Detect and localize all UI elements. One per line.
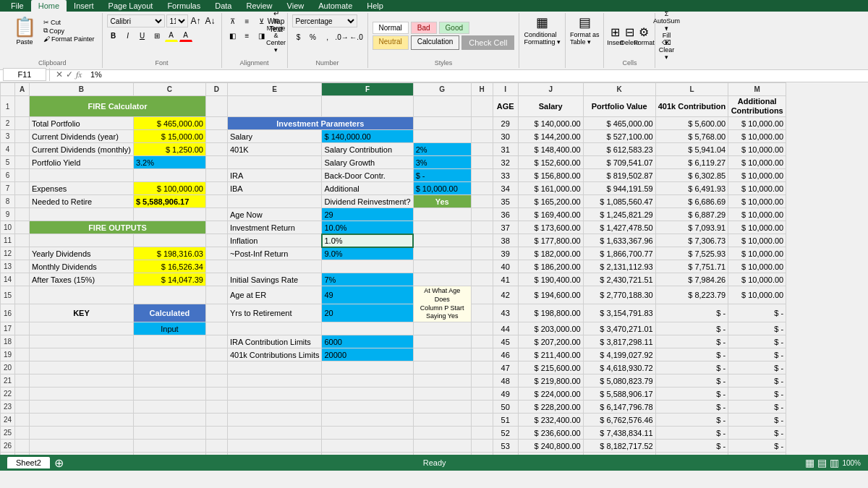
font-color-button[interactable]: A — [179, 29, 192, 42]
cell-e2[interactable]: Investment Parameters — [227, 117, 413, 130]
cell-j2[interactable]: $ 140,000.00 — [518, 117, 583, 130]
cell-a3[interactable] — [15, 130, 30, 143]
cell-j6[interactable]: $ 156,800.00 — [518, 169, 583, 182]
cell-f19[interactable]: 20000 — [322, 348, 413, 361]
cell-i2[interactable]: 29 — [493, 117, 518, 130]
cell-g4[interactable]: 2% — [413, 143, 471, 156]
cell-j10[interactable]: $ 173,600.00 — [518, 221, 583, 234]
cell-h17[interactable] — [471, 322, 493, 335]
cell-k10[interactable]: $ 1,427,478.50 — [583, 221, 655, 234]
cell-g13[interactable] — [413, 260, 471, 273]
align-top-button[interactable]: ⊼ — [226, 14, 239, 27]
cell-b3[interactable]: Current Dividends (year) — [30, 130, 134, 143]
cell-h19[interactable] — [471, 348, 493, 361]
cell-d12[interactable] — [205, 247, 227, 260]
cell-j3[interactable]: $ 144,200.00 — [518, 130, 583, 143]
style-bad[interactable]: Bad — [411, 22, 437, 34]
cell-j14[interactable]: $ 190,400.00 — [518, 273, 583, 286]
cell-f10[interactable]: 10.0% — [322, 221, 413, 234]
cell-g7[interactable]: $ 10,000.00 — [413, 182, 471, 195]
cell-b16[interactable]: KEY — [30, 304, 134, 322]
cell-i1[interactable]: AGE — [493, 96, 518, 117]
border-button[interactable]: ⊞ — [150, 29, 163, 42]
cell-j8[interactable]: $ 165,200.00 — [518, 195, 583, 208]
cell-j11[interactable]: $ 177,800.00 — [518, 234, 583, 247]
cell-l3[interactable]: $ 5,768.00 — [655, 130, 728, 143]
cell-e19[interactable]: 401k Contributions Limits — [227, 348, 322, 361]
scroll-area[interactable]: A B C D E F G H I J K L M — [0, 82, 868, 455]
cell-b2[interactable]: Total Portfolio — [30, 117, 134, 130]
col-header-c[interactable]: C — [133, 83, 205, 96]
cell-i12[interactable]: 39 — [493, 247, 518, 260]
sheet-tab-sheet2[interactable]: Sheet2 — [7, 457, 50, 468]
cell-a9[interactable] — [15, 208, 30, 221]
cell-c14[interactable]: $ 14,047.39 — [133, 273, 205, 286]
col-header-b[interactable]: B — [30, 83, 134, 96]
normal-view-button[interactable]: ▦ — [805, 457, 814, 468]
cell-e18[interactable]: IRA Contribution Limits — [227, 335, 322, 348]
cell-h1[interactable] — [471, 96, 493, 117]
cell-i6[interactable]: 33 — [493, 169, 518, 182]
cell-m19[interactable]: $ - — [728, 348, 786, 361]
cell-f3[interactable]: $ 140,000.00 — [322, 130, 413, 143]
cell-a17[interactable] — [15, 322, 30, 335]
cell-i9[interactable]: 36 — [493, 208, 518, 221]
cell-k15[interactable]: $ 2,770,188.30 — [583, 286, 655, 304]
cell-l4[interactable]: $ 5,941.04 — [655, 143, 728, 156]
cell-b15[interactable] — [30, 286, 134, 304]
cell-b18[interactable] — [30, 335, 134, 348]
clear-button[interactable]: ⌫ Clear ▾ — [660, 43, 673, 56]
cell-j17[interactable]: $ 203,000.00 — [518, 322, 583, 335]
col-header-j[interactable]: J — [518, 83, 583, 96]
cell-d7[interactable] — [205, 182, 227, 195]
col-header-g[interactable]: G — [413, 83, 471, 96]
cell-l8[interactable]: $ 6,686.69 — [655, 195, 728, 208]
cell-d4[interactable] — [205, 143, 227, 156]
cell-e13[interactable] — [227, 260, 322, 273]
page-break-view-button[interactable]: ▥ — [830, 457, 839, 468]
cell-i16[interactable]: 43 — [493, 304, 518, 322]
cell-g5[interactable]: 3% — [413, 156, 471, 169]
tab-file[interactable]: File — [4, 0, 31, 12]
merge-center-button[interactable]: ⊞ Merge & Center ▾ — [270, 29, 283, 42]
cell-f12[interactable]: 9.0% — [322, 247, 413, 260]
cell-k16[interactable]: $ 3,154,791.83 — [583, 304, 655, 322]
cell-b19[interactable] — [30, 348, 134, 361]
cell-h10[interactable] — [471, 221, 493, 234]
cell-i13[interactable]: 40 — [493, 260, 518, 273]
cell-a19[interactable] — [15, 348, 30, 361]
tab-data[interactable]: Data — [208, 0, 239, 12]
decrease-decimal-button[interactable]: ←.0 — [350, 30, 363, 43]
cell-m17[interactable]: $ - — [728, 322, 786, 335]
cell-g2[interactable] — [413, 117, 471, 130]
cell-e7[interactable]: IBA — [227, 182, 322, 195]
cell-m16[interactable]: $ - — [728, 304, 786, 322]
cell-k1[interactable]: Portfolio Value — [583, 96, 655, 117]
cell-m3[interactable]: $ 10,000.00 — [728, 130, 786, 143]
cell-a18[interactable] — [15, 335, 30, 348]
cell-e11[interactable]: Inflation — [227, 234, 322, 247]
comma-button[interactable]: , — [321, 30, 334, 43]
cell-a15[interactable] — [15, 286, 30, 304]
cell-g6[interactable]: $ - — [413, 169, 471, 182]
format-painter-button[interactable]: 🖌Format Painter — [42, 35, 96, 43]
cell-e8[interactable] — [227, 195, 322, 208]
cell-f6[interactable]: Back-Door Contr. — [322, 169, 413, 182]
cell-h12[interactable] — [471, 247, 493, 260]
cell-g18[interactable] — [413, 335, 471, 348]
cell-k5[interactable]: $ 709,541.07 — [583, 156, 655, 169]
cell-k9[interactable]: $ 1,245,821.29 — [583, 208, 655, 221]
cell-c5[interactable]: 3.2% — [133, 156, 205, 169]
add-sheet-button[interactable]: ⊕ — [54, 456, 64, 470]
percent-button[interactable]: % — [307, 30, 320, 43]
cell-d13[interactable] — [205, 260, 227, 273]
cell-m11[interactable]: $ 10,000.00 — [728, 234, 786, 247]
cell-c19[interactable] — [133, 348, 205, 361]
name-box[interactable] — [3, 68, 46, 81]
tab-help[interactable]: Help — [359, 0, 391, 12]
cell-d6[interactable] — [205, 169, 227, 182]
style-check-cell[interactable]: Check Cell — [461, 35, 514, 50]
cell-l19[interactable]: $ - — [655, 348, 728, 361]
cell-k3[interactable]: $ 527,100.00 — [583, 130, 655, 143]
cell-g3[interactable] — [413, 130, 471, 143]
